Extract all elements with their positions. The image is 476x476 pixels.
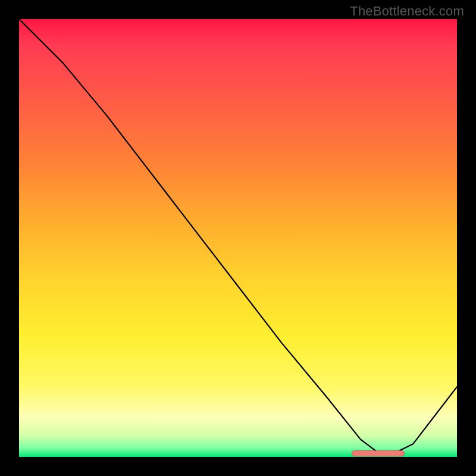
chart-line-series — [19, 19, 457, 457]
bottleneck-curve-path — [19, 19, 457, 453]
chart-plot-area — [19, 19, 457, 457]
chart-minimum-marker — [352, 450, 404, 456]
watermark-text: TheBottleneck.com — [350, 4, 464, 19]
